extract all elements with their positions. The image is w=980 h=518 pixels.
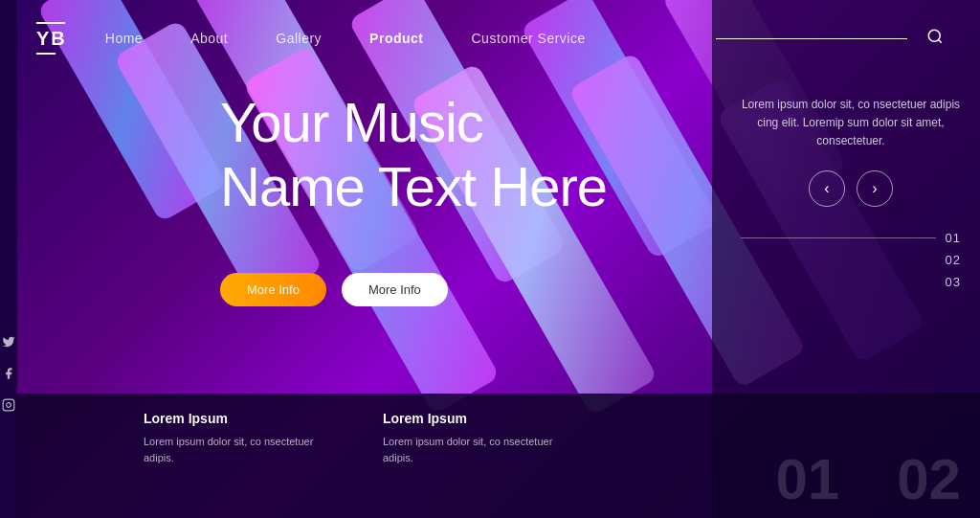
next-arrow-button[interactable]: › bbox=[857, 170, 893, 207]
logo-text[interactable]: YB bbox=[36, 28, 67, 50]
hero-line1: Your Music bbox=[220, 91, 483, 153]
cta-buttons: More Info More Info bbox=[220, 273, 448, 306]
card-2-title: Lorem Ipsum bbox=[383, 411, 584, 426]
svg-rect-0 bbox=[3, 399, 14, 411]
more-info-primary-button[interactable]: More Info bbox=[220, 273, 326, 306]
nav-divider bbox=[716, 38, 907, 39]
hero-section: Your Music Name Text Here bbox=[220, 91, 607, 218]
social-icons-group bbox=[0, 335, 17, 415]
card-1: Lorem Ipsum Lorem ipsum dolor sit, co ns… bbox=[144, 411, 345, 501]
search-icon[interactable] bbox=[926, 28, 944, 50]
instagram-icon[interactable] bbox=[0, 398, 17, 415]
indicator-label-02: 02 bbox=[946, 253, 961, 267]
bottom-num-01: 01 bbox=[776, 451, 840, 508]
card-2: Lorem Ipsum Lorem ipsum dolor sit, co ns… bbox=[383, 411, 584, 501]
nav-links: Home About Gallery Product Customer Serv… bbox=[105, 31, 697, 46]
logo-area: YB bbox=[36, 22, 67, 55]
card-1-title: Lorem Ipsum bbox=[144, 411, 345, 426]
number-indicators: 01 02 03 bbox=[741, 231, 961, 297]
svg-line-3 bbox=[938, 39, 941, 42]
card-1-text: Lorem ipsum dolor sit, co nsectetuer adi… bbox=[144, 434, 345, 465]
nav-home[interactable]: Home bbox=[105, 31, 143, 46]
indicator-line-01 bbox=[741, 237, 936, 238]
indicator-label-01: 01 bbox=[946, 231, 961, 245]
left-accent-bar bbox=[0, 0, 17, 518]
logo-underline bbox=[36, 53, 56, 55]
indicator-label-03: 03 bbox=[946, 275, 961, 289]
bottom-num-02: 02 bbox=[897, 451, 961, 508]
bottom-large-numbers: 01 02 bbox=[776, 451, 962, 508]
nav-about[interactable]: About bbox=[190, 31, 228, 46]
bottom-cards-section: Lorem Ipsum Lorem ipsum dolor sit, co ns… bbox=[124, 394, 603, 518]
twitter-icon[interactable] bbox=[0, 335, 17, 351]
card-2-text: Lorem ipsum dolor sit, co nsectetuer adi… bbox=[383, 434, 584, 465]
indicator-03: 03 bbox=[741, 275, 961, 289]
right-panel: Lorem ipsum dolor sit, co nsectetuer adi… bbox=[741, 96, 961, 297]
nav-gallery[interactable]: Gallery bbox=[276, 31, 322, 46]
indicator-02: 02 bbox=[741, 253, 961, 267]
navbar: YB Home About Gallery Product Customer S… bbox=[17, 0, 963, 77]
slide-arrows: ‹ › bbox=[741, 170, 961, 207]
facebook-icon[interactable] bbox=[0, 367, 17, 383]
nav-product[interactable]: Product bbox=[369, 31, 423, 46]
hero-line2: Name Text Here bbox=[220, 155, 607, 217]
right-description-text: Lorem ipsum dolor sit, co nsectetuer adi… bbox=[741, 96, 961, 151]
prev-arrow-button[interactable]: ‹ bbox=[809, 170, 845, 207]
indicator-01: 01 bbox=[741, 231, 961, 245]
svg-point-2 bbox=[928, 30, 940, 41]
hero-title: Your Music Name Text Here bbox=[220, 91, 607, 218]
nav-customer-service[interactable]: Customer Service bbox=[472, 31, 586, 46]
more-info-secondary-button[interactable]: More Info bbox=[342, 273, 448, 306]
logo-line-top bbox=[36, 22, 65, 24]
